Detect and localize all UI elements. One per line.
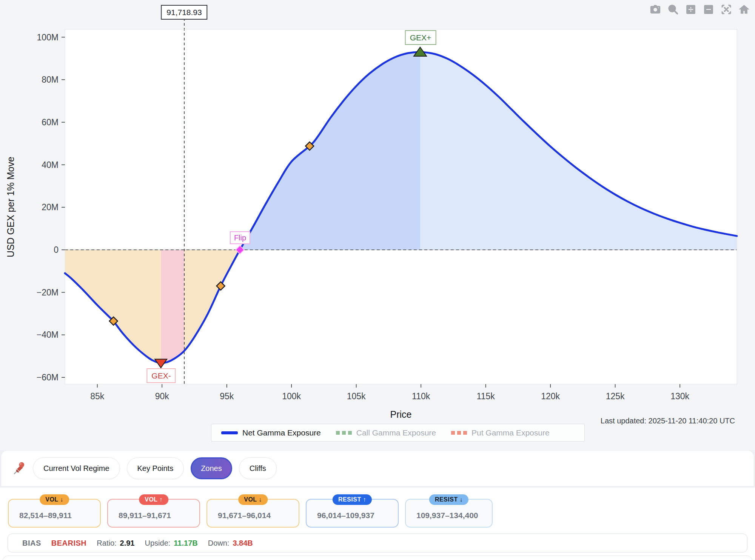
put-gamma-dots-swatch [451,431,467,435]
button-cliffs[interactable]: Cliffs [239,457,277,479]
svg-text:90k: 90k [155,391,169,401]
zoom-in-icon[interactable] [685,4,696,15]
down-value: 3.84B [233,539,253,548]
svg-text:80M: 80M [42,75,59,85]
zone-badge: VOL ↓ [238,494,268,505]
zone-card-vol-down-2: VOL ↓ 91,671–96,014 [206,499,299,528]
ratio-stat: Ratio: 2.91 [97,539,134,548]
gex-plus-annotation: GEX+ [405,30,436,45]
bias-label: BIAS [22,539,41,548]
zoom-box-icon[interactable] [667,4,679,15]
svg-text:20M: 20M [42,202,59,212]
zone-range: 91,671–96,014 [218,511,271,520]
zone-range: 96,014–109,937 [317,511,374,520]
zone-card-resist-down: RESIST ↓ 109,937–134,400 [405,499,493,528]
gex-dashboard: 85k90k95k100k105k110k115k120k125k130k100… [0,0,755,560]
svg-text:100k: 100k [282,391,301,401]
zone-badge: VOL ↑ [139,494,168,505]
svg-text:115k: 115k [477,391,495,401]
next-section-edge [2,555,753,560]
x-axis-title: Price [390,409,412,420]
button-key-points[interactable]: Key Points [127,457,184,479]
svg-text:−20M: −20M [37,288,59,297]
zone-range: 89,911–91,671 [119,511,171,520]
ratio-label: Ratio: [97,539,116,548]
zone-badge: VOL ↓ [40,494,69,505]
upside-label: Upside: [145,539,171,548]
bias-summary-panel: BIAS BEARISH Ratio: 2.91 Upside: 11.17B … [8,534,747,552]
zoom-out-icon[interactable] [703,4,714,15]
gex-minus-annotation: GEX- [146,368,176,383]
zone-card-vol-up: VOL ↑ 89,911–91,671 [107,499,200,528]
y-axis-title: USD GEX per 1% Move [5,30,16,385]
camera-icon[interactable] [650,4,661,15]
svg-text:105k: 105k [347,391,366,401]
zone-cards-row: VOL ↓ 82,514–89,911 VOL ↑ 89,911–91,671 … [8,499,493,528]
svg-text:120k: 120k [541,391,560,401]
upside-value: 11.17B [174,539,197,548]
overlay-controls-panel: Current Vol Regime Key Points Zones Clif… [1,450,754,486]
gamma-exposure-chart: 85k90k95k100k105k110k115k120k125k130k100… [0,0,755,450]
down-label: Down: [208,539,230,548]
net-gamma-line-swatch [221,431,238,434]
svg-text:125k: 125k [606,391,625,401]
call-gamma-dots-swatch [336,431,352,435]
svg-text:−60M: −60M [37,372,59,382]
button-zones[interactable]: Zones [191,457,232,479]
zone-card-vol-down-1: VOL ↓ 82,514–89,911 [8,499,101,528]
svg-text:100M: 100M [37,32,59,42]
current-price-label: 91,718.93 [161,5,207,20]
plot-modebar [650,4,750,15]
legend-item-call-gamma[interactable]: Call Gamma Exposure [336,428,436,437]
bias-value: BEARISH [51,539,87,548]
legend-label: Call Gamma Exposure [356,428,436,437]
last-updated-text: Last updated: 2025-11-20 11:40:20 UTC [601,417,735,425]
legend-label: Put Gamma Exposure [471,428,550,437]
svg-text:−40M: −40M [37,330,59,340]
pushpin-icon[interactable] [11,461,26,476]
svg-text:130k: 130k [670,391,689,401]
legend-item-net-gamma[interactable]: Net Gamma Exposure [221,428,321,437]
svg-text:85k: 85k [90,391,105,401]
home-icon[interactable] [738,4,750,15]
svg-text:95k: 95k [220,391,234,401]
zone-range: 109,937–134,400 [416,511,478,520]
svg-text:40M: 40M [42,160,59,170]
zone-range: 82,514–89,911 [19,511,72,520]
ratio-value: 2.91 [120,539,135,548]
down-stat: Down: 3.84B [208,539,253,548]
zone-badge: RESIST ↑ [333,494,372,505]
zone-badge: RESIST ↓ [429,494,468,505]
zone-card-resist-up: RESIST ↑ 96,014–109,937 [306,499,399,528]
chart-legend: Net Gamma Exposure Call Gamma Exposure P… [211,424,585,442]
legend-item-put-gamma[interactable]: Put Gamma Exposure [451,428,550,437]
svg-text:110k: 110k [412,391,430,401]
gex-plot-canvas[interactable]: 85k90k95k100k105k110k115k120k125k130k100… [0,0,755,450]
autoscale-icon[interactable] [721,4,732,15]
button-current-vol-regime[interactable]: Current Vol Regime [33,457,120,479]
legend-label: Net Gamma Exposure [242,428,321,437]
svg-text:60M: 60M [42,117,59,127]
flip-annotation: Flip [230,231,250,244]
svg-text:0: 0 [54,245,59,255]
upside-stat: Upside: 11.17B [145,539,198,548]
